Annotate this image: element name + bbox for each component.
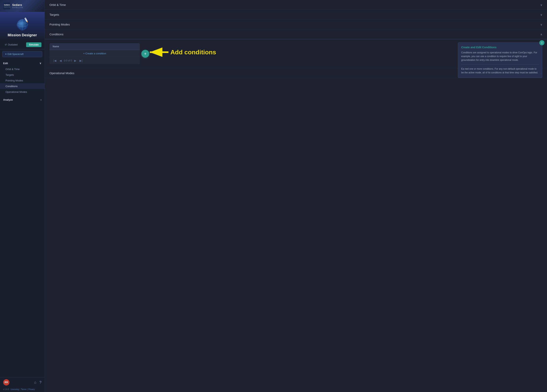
svg-text:Sedaro: Sedaro xyxy=(4,4,10,6)
sidebar-footer: RR ⌂ ? xyxy=(0,377,45,387)
sidebar-item-orbit-time[interactable]: Orbit & Time xyxy=(0,66,45,72)
orbit-time-chevron-icon: ∨ xyxy=(540,3,542,7)
prev-page-button[interactable]: ◀ xyxy=(59,59,62,63)
next-page-button[interactable]: ▶ xyxy=(73,59,77,63)
nav-edit-header[interactable]: Edit ∨ xyxy=(0,60,45,66)
conditions-table: Name + Create a condition |◀ ◀ 0-0 of 0 … xyxy=(49,43,140,64)
conditions-tooltip-panel: i Create and Edit Conditions Conditions … xyxy=(458,42,542,78)
nav-analyze-chevron: › xyxy=(41,98,41,101)
targets-label: Targets xyxy=(49,13,59,16)
help-icon[interactable]: ? xyxy=(40,380,41,385)
pagination-row: |◀ ◀ 0-0 of 0 ▶ ▶| xyxy=(49,57,140,64)
user-avatar[interactable]: RR xyxy=(3,379,9,385)
conditions-label: Conditions xyxy=(49,33,63,36)
nav-analyze-section[interactable]: Analyze › xyxy=(0,97,45,103)
nav-analyze-label: Analyze xyxy=(3,98,13,101)
sidebar-logo: Sedaro Satellite Sedaro Satellite xyxy=(0,0,45,12)
pointing-modes-chevron-icon: ∨ xyxy=(540,23,542,26)
privacy-link[interactable]: Privacy xyxy=(28,388,35,390)
targets-accordion: Targets ∨ xyxy=(45,10,547,20)
add-conditions-annotation: Add conditions xyxy=(147,47,216,57)
main-content: Orbit & Time ∨ Targets ∨ Pointing Modes … xyxy=(45,0,547,392)
operational-modes-label: Operational Modes xyxy=(49,71,75,75)
conditions-accordion: Conditions ∧ Name + Create a condition |… xyxy=(45,29,547,68)
home-icon[interactable]: ⌂ xyxy=(34,380,36,385)
create-condition-button[interactable]: + Create a condition xyxy=(49,50,140,57)
orbit-time-label: Orbit & Time xyxy=(49,3,66,7)
refresh-icon: ↺ xyxy=(5,43,7,46)
footer-icons: ⌂ ? xyxy=(34,380,41,385)
conditions-chevron-icon: ∧ xyxy=(540,33,542,36)
edit-spacecraft-button[interactable]: ✦ Edit Spacecraft xyxy=(2,51,42,57)
tooltip-title: Create and Edit Conditions xyxy=(461,46,539,49)
sidebar-item-conditions[interactable]: Conditions xyxy=(0,83,45,89)
sidebar-item-operational-modes[interactable]: Operational Modes xyxy=(0,89,45,95)
last-page-button[interactable]: ▶| xyxy=(79,59,83,63)
tooltip-description-bottom: Ea ned one or more conditions. For any n… xyxy=(461,67,539,74)
orbit-time-header[interactable]: Orbit & Time ∨ xyxy=(45,0,547,10)
pointing-modes-accordion: Pointing Modes ∨ xyxy=(45,20,547,29)
pagination-info: 0-0 of 0 xyxy=(64,59,72,62)
app-name: Sedaro xyxy=(12,3,23,7)
nav-edit-section: Edit ∨ Orbit & Time Targets Pointing Mod… xyxy=(0,59,45,96)
version-row: v 1.6.0 Licensing | Terms | Privacy xyxy=(0,387,45,392)
app-subtitle: Satellite xyxy=(12,7,23,8)
targets-chevron-icon: ∨ xyxy=(540,13,542,16)
sidebar: Sedaro Satellite Sedaro Satellite xyxy=(0,0,45,392)
logo-text: Sedaro Satellite xyxy=(12,3,23,8)
svg-rect-0 xyxy=(3,2,10,9)
first-page-button[interactable]: |◀ xyxy=(53,59,57,63)
terms-link[interactable]: Terms xyxy=(21,388,26,390)
targets-header[interactable]: Targets ∨ xyxy=(45,10,547,20)
simulate-button[interactable]: Simulate xyxy=(26,42,41,47)
mission-globe-icon xyxy=(14,16,30,32)
sidebar-item-targets[interactable]: Targets xyxy=(0,72,45,78)
conditions-table-header: Name xyxy=(49,43,140,50)
status-row: ↺ Outdated Simulate xyxy=(0,40,45,49)
mission-designer-title: Mission Designer xyxy=(8,33,37,37)
tooltip-divider xyxy=(461,65,539,65)
conditions-body: Name + Create a condition |◀ ◀ 0-0 of 0 … xyxy=(45,39,547,68)
sidebar-item-pointing-modes[interactable]: Pointing Modes xyxy=(0,78,45,83)
nav-edit-chevron: ∨ xyxy=(40,62,41,65)
add-condition-fab-button[interactable]: + xyxy=(141,50,149,58)
mission-hero: Mission Designer xyxy=(0,12,45,40)
pointing-modes-header[interactable]: Pointing Modes ∨ xyxy=(45,20,547,29)
orbit-time-accordion: Orbit & Time ∨ xyxy=(45,0,547,10)
tooltip-description: Conditions are assigned to operational m… xyxy=(461,51,539,62)
arrow-icon xyxy=(147,47,171,57)
licensing-link[interactable]: Licensing xyxy=(11,388,19,390)
outdated-button[interactable]: ↺ Outdated xyxy=(3,43,19,47)
nav-edit-label: Edit xyxy=(3,62,8,65)
sedaro-logo-icon: Sedaro Satellite xyxy=(3,2,10,9)
pointing-modes-label: Pointing Modes xyxy=(49,23,70,26)
svg-text:Satellite: Satellite xyxy=(4,6,10,8)
name-column-header: Name xyxy=(53,45,59,48)
outdated-label: Outdated xyxy=(8,43,17,46)
version-text: v 1.6.0 xyxy=(3,388,9,390)
conditions-header[interactable]: Conditions ∧ xyxy=(45,29,547,39)
add-conditions-text: Add conditions xyxy=(171,49,216,56)
info-icon: i xyxy=(539,40,544,45)
